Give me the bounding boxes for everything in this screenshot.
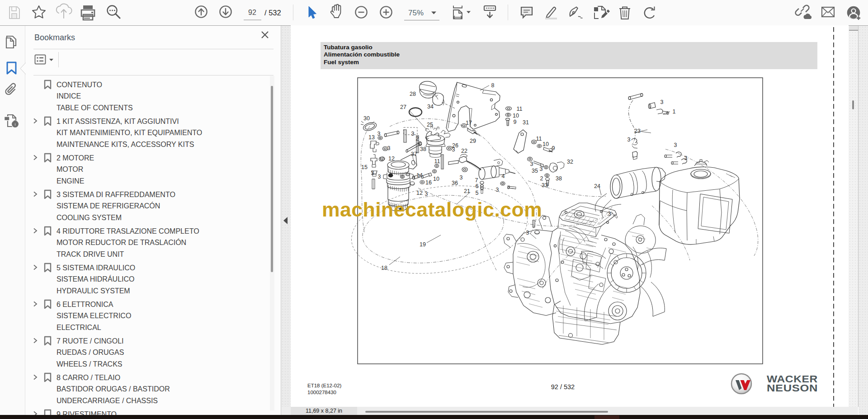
svg-text:25: 25 bbox=[427, 122, 433, 128]
svg-text:3: 3 bbox=[387, 145, 391, 151]
svg-text:22: 22 bbox=[461, 148, 467, 154]
svg-text:9: 9 bbox=[552, 145, 555, 151]
svg-text:3: 3 bbox=[377, 131, 381, 137]
svg-text:33: 33 bbox=[542, 182, 548, 188]
svg-text:10: 10 bbox=[513, 113, 519, 119]
svg-text:30: 30 bbox=[363, 115, 370, 122]
svg-text:35: 35 bbox=[532, 168, 538, 174]
svg-text:11: 11 bbox=[536, 136, 542, 142]
svg-text:7: 7 bbox=[475, 177, 478, 184]
svg-text:3: 3 bbox=[411, 131, 415, 137]
svg-text:3: 3 bbox=[378, 174, 381, 180]
svg-text:3: 3 bbox=[674, 142, 677, 148]
svg-text:16: 16 bbox=[425, 179, 432, 186]
svg-text:3: 3 bbox=[530, 161, 533, 167]
svg-text:3: 3 bbox=[425, 191, 428, 197]
svg-text:38: 38 bbox=[556, 175, 562, 182]
svg-text:6: 6 bbox=[476, 183, 479, 189]
svg-text:3: 3 bbox=[684, 155, 688, 161]
svg-text:10: 10 bbox=[433, 176, 439, 182]
svg-text:34: 34 bbox=[427, 104, 434, 110]
svg-text:38: 38 bbox=[420, 146, 426, 152]
svg-text:2: 2 bbox=[416, 136, 419, 142]
svg-text:/ 532: / 532 bbox=[264, 9, 281, 17]
svg-text:18: 18 bbox=[381, 265, 387, 271]
svg-text:11: 11 bbox=[517, 106, 523, 112]
svg-text:36: 36 bbox=[452, 180, 458, 186]
svg-text:3: 3 bbox=[496, 187, 499, 193]
svg-text:5: 5 bbox=[476, 190, 479, 196]
svg-text:12: 12 bbox=[388, 155, 395, 162]
svg-text:75%: 75% bbox=[408, 9, 424, 17]
svg-text:19: 19 bbox=[420, 241, 426, 248]
svg-text:11: 11 bbox=[434, 158, 440, 165]
svg-text:3: 3 bbox=[627, 137, 631, 143]
svg-text:28: 28 bbox=[410, 91, 416, 97]
svg-text:8: 8 bbox=[491, 82, 495, 89]
svg-text:24: 24 bbox=[594, 183, 600, 189]
svg-text:13: 13 bbox=[368, 134, 375, 141]
svg-text:3: 3 bbox=[608, 211, 611, 217]
svg-text:3: 3 bbox=[371, 170, 374, 176]
svg-text:12: 12 bbox=[416, 190, 423, 196]
svg-text:4: 4 bbox=[502, 173, 505, 179]
svg-text:32: 32 bbox=[567, 159, 573, 165]
svg-text:21: 21 bbox=[464, 188, 470, 194]
svg-text:29: 29 bbox=[470, 138, 476, 144]
svg-text:3: 3 bbox=[540, 166, 543, 172]
svg-text:1: 1 bbox=[673, 108, 676, 115]
svg-text:machinecatalogic.com: machinecatalogic.com bbox=[322, 198, 542, 221]
svg-text:15: 15 bbox=[361, 164, 368, 170]
svg-text:9: 9 bbox=[514, 119, 517, 125]
svg-text:3: 3 bbox=[660, 99, 664, 105]
svg-text:10: 10 bbox=[542, 141, 549, 147]
svg-text:3: 3 bbox=[526, 230, 529, 236]
svg-text:17: 17 bbox=[466, 120, 472, 126]
svg-text:37: 37 bbox=[411, 151, 417, 157]
svg-text:14: 14 bbox=[416, 172, 423, 179]
svg-text:3: 3 bbox=[452, 146, 455, 153]
svg-text:92: 92 bbox=[248, 9, 256, 16]
svg-text:31: 31 bbox=[523, 119, 529, 126]
svg-text:2: 2 bbox=[540, 175, 543, 182]
svg-text:3: 3 bbox=[460, 174, 463, 181]
svg-text:23: 23 bbox=[634, 128, 641, 134]
svg-text:NEUSON: NEUSON bbox=[767, 383, 818, 394]
svg-text:27: 27 bbox=[400, 104, 406, 110]
